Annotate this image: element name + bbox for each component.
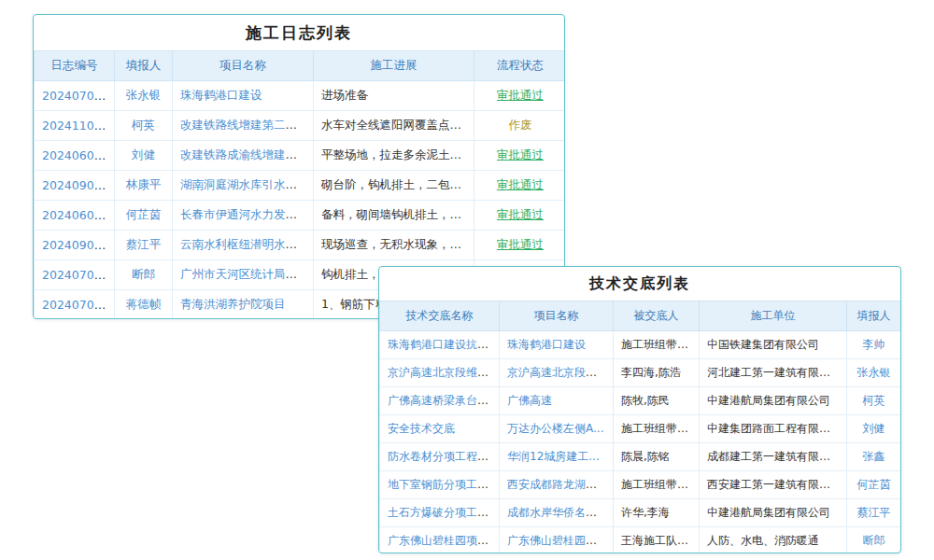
name-link[interactable]: 广佛高速桥梁承台施... bbox=[388, 394, 499, 407]
id-link[interactable]: 2024070011 bbox=[42, 268, 115, 282]
cell-filler: 张永银 bbox=[847, 359, 901, 387]
project-link[interactable]: 京沪高速北京段维修 bbox=[507, 366, 608, 379]
id-link[interactable]: 2024110002 bbox=[42, 119, 115, 133]
name-link[interactable]: 京沪高速北京段维修... bbox=[388, 366, 499, 379]
filler-link[interactable]: 柯英 bbox=[132, 118, 155, 132]
cell-project: 青海洪湖养护院项目 bbox=[173, 290, 314, 320]
table-row: 2024060005何芷茵长春市伊通河水力发电厂...备料，砌间墙钩机排土，瓦工… bbox=[35, 201, 566, 231]
cell-unit: 人防、水电、消防暖通 bbox=[700, 527, 847, 554]
cell-project: 华润12城房建工... bbox=[500, 443, 614, 471]
id-link[interactable]: 2024090009 bbox=[42, 178, 115, 192]
filler-link[interactable]: 刘健 bbox=[132, 147, 155, 161]
cell-id: 2024070011 bbox=[35, 81, 115, 111]
column-header-project: 项目名称 bbox=[500, 301, 614, 331]
project-link[interactable]: 广东佛山碧桂园项目 bbox=[507, 534, 608, 547]
id-link[interactable]: 2024060006 bbox=[42, 148, 115, 162]
cell-name: 珠海鹤港口建设抗浮... bbox=[380, 331, 500, 359]
status-link[interactable]: 审批通过 bbox=[497, 177, 544, 191]
project-link[interactable]: 广佛高速 bbox=[507, 394, 552, 407]
unit-text: 河北建工第一建筑有限责任公司 bbox=[707, 366, 847, 379]
name-link[interactable]: 安全技术交底 bbox=[388, 422, 455, 435]
filler-link[interactable]: 张永银 bbox=[857, 366, 891, 379]
filler-link[interactable]: 何芷茵 bbox=[857, 478, 891, 491]
cell-unit: 河北建工第一建筑有限责任公司 bbox=[700, 359, 847, 387]
cell-filler: 蔡江平 bbox=[115, 231, 173, 260]
filler-link[interactable]: 林康平 bbox=[126, 177, 162, 191]
table-row: 2024110002柯英改建铁路线增建第二线直...水车对全线遮阳网覆盖点进行.… bbox=[35, 111, 566, 141]
cell-name: 土石方爆破分项工程... bbox=[380, 499, 500, 527]
project-link[interactable]: 长春市伊通河水力发电厂... bbox=[180, 207, 314, 221]
name-link[interactable]: 土石方爆破分项工程... bbox=[388, 506, 499, 519]
cell-project: 西安成都路龙湖上... bbox=[500, 471, 614, 499]
project-link[interactable]: 珠海鹤港口建设 bbox=[507, 338, 586, 351]
name-link[interactable]: 广东佛山碧桂园项目... bbox=[388, 534, 499, 547]
filler-link[interactable]: 蔡江平 bbox=[126, 237, 162, 251]
project-link[interactable]: 湖南洞庭湖水库引水工程... bbox=[180, 177, 314, 191]
cell-person: 李四海,陈浩 bbox=[614, 359, 700, 387]
column-header-progress: 施工进展 bbox=[314, 51, 474, 81]
project-link[interactable]: 万达办公楼左侧A... bbox=[507, 422, 603, 435]
cell-filler: 何芷茵 bbox=[847, 471, 901, 499]
filler-link[interactable]: 蒋德帧 bbox=[126, 297, 162, 311]
id-link[interactable]: 2024090009 bbox=[42, 238, 115, 252]
cell-filler: 柯英 bbox=[847, 387, 901, 415]
cell-project: 广州市天河区统计局机房... bbox=[173, 260, 314, 290]
status-link[interactable]: 审批通过 bbox=[497, 88, 544, 102]
filler-link[interactable]: 张鑫 bbox=[863, 450, 885, 463]
filler-link[interactable]: 何芷茵 bbox=[126, 207, 162, 221]
filler-link[interactable]: 柯英 bbox=[863, 394, 885, 407]
unit-text: 中建集团路面工程有限公司 bbox=[707, 422, 842, 435]
status-link[interactable]: 审批通过 bbox=[497, 237, 544, 251]
name-link[interactable]: 防水卷材分项工程施... bbox=[388, 450, 499, 463]
filler-link[interactable]: 刘健 bbox=[863, 422, 885, 435]
cell-project: 珠海鹤港口建设 bbox=[500, 331, 614, 359]
person-text: 李四海,陈浩 bbox=[621, 366, 681, 379]
cell-project: 改建铁路成渝线增建第二... bbox=[173, 141, 314, 171]
cell-status: 审批通过 bbox=[474, 141, 566, 171]
name-link[interactable]: 珠海鹤港口建设抗浮... bbox=[388, 338, 499, 351]
id-link[interactable]: 2024060005 bbox=[42, 208, 115, 222]
cell-filler: 蒋德帧 bbox=[115, 290, 173, 320]
cell-unit: 西安建工第一建筑有限责任公司 bbox=[700, 471, 847, 499]
filler-link[interactable]: 张永银 bbox=[126, 88, 162, 102]
unit-text: 中国铁建集团有限公司 bbox=[707, 338, 819, 351]
cell-filler: 断郎 bbox=[847, 527, 901, 554]
project-link[interactable]: 云南水利枢纽潜明水库一... bbox=[180, 237, 314, 251]
cell-unit: 中国铁建集团有限公司 bbox=[700, 331, 847, 359]
progress-text: 平整场地，拉走多余泥土15辆... bbox=[321, 147, 474, 161]
project-link[interactable]: 青海洪湖养护院项目 bbox=[180, 297, 286, 311]
progress-text: 砌台阶，钩机排土，二包砌间... bbox=[321, 177, 474, 191]
project-link[interactable]: 广州市天河区统计局机房... bbox=[180, 267, 314, 281]
project-link[interactable]: 成都水岸华侨名苑... bbox=[507, 506, 607, 519]
cell-filler: 李帅 bbox=[847, 331, 901, 359]
project-link[interactable]: 华润12城房建工... bbox=[507, 450, 600, 463]
cell-project: 广东佛山碧桂园项目 bbox=[500, 527, 614, 554]
project-link[interactable]: 西安成都路龙湖上... bbox=[507, 478, 607, 491]
filler-link[interactable]: 断郎 bbox=[863, 534, 885, 547]
project-link[interactable]: 改建铁路线增建第二线直... bbox=[180, 118, 314, 132]
cell-status: 审批通过 bbox=[474, 201, 566, 231]
cell-progress: 进场准备 bbox=[314, 81, 474, 111]
project-link[interactable]: 改建铁路成渝线增建第二... bbox=[180, 147, 314, 161]
status-link[interactable]: 作废 bbox=[509, 118, 532, 132]
status-link[interactable]: 审批通过 bbox=[497, 207, 544, 221]
cell-filler: 断郎 bbox=[115, 260, 173, 290]
id-link[interactable]: 2024070009 bbox=[42, 298, 115, 312]
id-link[interactable]: 2024070011 bbox=[42, 89, 115, 103]
cell-unit: 中建港航局集团有限公司 bbox=[700, 387, 847, 415]
person-text: 陈晨,陈铭 bbox=[621, 450, 670, 463]
name-link[interactable]: 地下室钢筋分项工程... bbox=[388, 478, 499, 491]
column-header-project: 项目名称 bbox=[173, 51, 314, 81]
project-link[interactable]: 珠海鹤港口建设 bbox=[180, 88, 262, 102]
cell-status: 审批通过 bbox=[474, 81, 566, 111]
cell-progress: 平整场地，拉走多余泥土15辆... bbox=[314, 141, 474, 171]
status-link[interactable]: 审批通过 bbox=[497, 147, 544, 161]
cell-unit: 中建港航局集团有限公司 bbox=[700, 499, 847, 527]
cell-progress: 水车对全线遮阳网覆盖点进行... bbox=[314, 111, 474, 141]
filler-link[interactable]: 李帅 bbox=[863, 338, 885, 351]
cell-project: 长春市伊通河水力发电厂... bbox=[173, 201, 314, 231]
filler-link[interactable]: 蔡江平 bbox=[857, 506, 891, 519]
cell-progress: 现场巡查，无积水现象，水马... bbox=[314, 231, 474, 260]
cell-person: 施工班组带班... bbox=[614, 415, 700, 443]
filler-link[interactable]: 断郎 bbox=[132, 267, 155, 281]
